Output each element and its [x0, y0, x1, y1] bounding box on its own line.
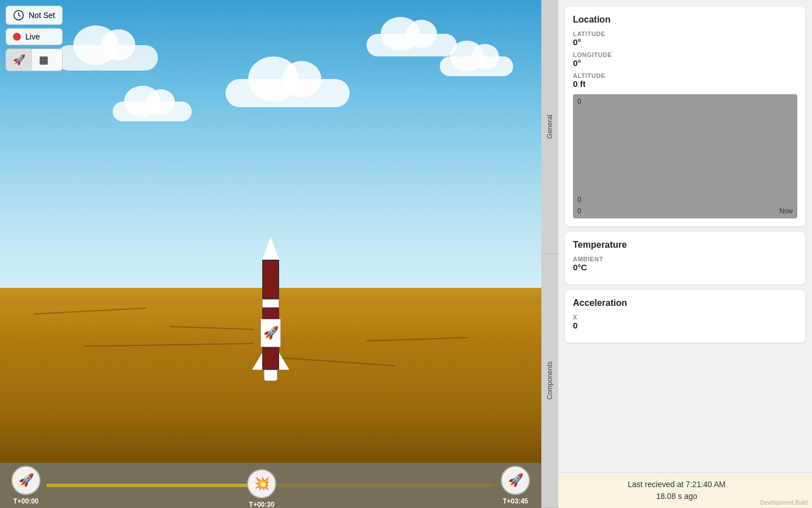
fin-right: [279, 353, 289, 370]
dev-build-label: Development Build: [760, 498, 807, 507]
live-button[interactable]: Live: [6, 28, 63, 45]
tab-components[interactable]: Components: [541, 254, 558, 508]
rocket-body-top: [262, 260, 279, 299]
status-bar: Last recieved at 7:21:40 AM 18.08 s ago …: [541, 472, 812, 508]
view-list-button[interactable]: ▦: [32, 49, 55, 71]
not-set-label: Not Set: [29, 11, 55, 20]
altitude-row: ALTITUDE 0 ft: [573, 72, 797, 89]
longitude-label: LONGITUDE: [573, 51, 797, 58]
timeline-marker-2-label: T+03:45: [502, 497, 528, 505]
location-card: Location LATITUDE 0° LONGITUDE 0° ALTITU…: [565, 7, 805, 226]
timeline-marker-1-label: T+00:30: [249, 501, 275, 508]
timeline-progress: [46, 484, 262, 487]
accel-x-value: 0: [573, 321, 797, 330]
tab-general[interactable]: General: [541, 0, 558, 254]
right-panel: General Components Location LATITUDE 0° …: [541, 0, 812, 508]
rocket-band-1: [262, 299, 279, 308]
temperature-title: Temperature: [573, 240, 797, 250]
timeline-marker-0-icon[interactable]: 🚀: [11, 466, 41, 495]
live-dot: [13, 33, 21, 41]
live-label: Live: [25, 32, 40, 41]
tab-components-label: Components: [546, 361, 554, 400]
view-toggle: 🚀 ▦: [6, 49, 63, 71]
chart-y-bot: 0: [577, 196, 581, 204]
rocket: 🚀: [254, 237, 288, 395]
cloud-1: [56, 45, 158, 71]
latitude-value: 0°: [573, 37, 797, 47]
timeline: 🚀 T+00:00 💥 T+00:30 🚀 T+03:45: [0, 463, 541, 508]
ambient-value: 0°C: [573, 262, 797, 272]
cloud-5: [440, 56, 513, 76]
rocket-tip: [262, 237, 279, 260]
tab-general-label: General: [546, 115, 554, 139]
panel-content: Location LATITUDE 0° LONGITUDE 0° ALTITU…: [558, 0, 812, 472]
ambient-row: AMBIENT 0°C: [573, 256, 797, 272]
timeline-marker-1-icon[interactable]: 💥: [247, 469, 276, 498]
longitude-value: 0°: [573, 58, 797, 68]
accel-x-label: X: [573, 314, 797, 321]
location-chart: 0 0 0 Now: [573, 94, 797, 218]
ambient-label: AMBIENT: [573, 256, 797, 262]
rocket-body-mid: [262, 308, 279, 319]
3d-viewport: 🚀 Not Set Live 🚀 ▦ 🚀: [0, 0, 541, 508]
timeline-track[interactable]: 💥 T+00:30: [46, 484, 495, 487]
timeline-marker-2-icon[interactable]: 🚀: [501, 466, 530, 495]
temperature-card: Temperature AMBIENT 0°C: [565, 232, 805, 284]
altitude-label: ALTITUDE: [573, 72, 797, 79]
latitude-label: LATITUDE: [573, 30, 797, 37]
not-set-button[interactable]: Not Set: [6, 6, 63, 25]
latitude-row: LATITUDE 0°: [573, 30, 797, 47]
cloud-4: [113, 102, 192, 121]
view-3d-button[interactable]: 🚀: [6, 49, 32, 71]
status-line1: Last recieved at 7:21:40 AM: [550, 479, 803, 491]
rocket-body-bot: [262, 347, 279, 370]
rocket-logo-area: 🚀: [261, 319, 281, 347]
chart-x-end: Now: [779, 207, 793, 215]
timeline-marker-0-label: T+00:00: [13, 497, 38, 505]
accel-x-row: X 0: [573, 314, 797, 330]
fin-left: [252, 353, 262, 370]
location-title: Location: [573, 15, 797, 25]
clock-icon: [13, 10, 24, 21]
altitude-value: 0 ft: [573, 79, 797, 89]
rocket-nozzle: [264, 370, 277, 381]
chart-x-start: 0: [577, 207, 581, 215]
cloud-2: [226, 79, 350, 107]
cloud-3: [367, 34, 457, 56]
acceleration-title: Acceleration: [573, 298, 797, 308]
side-tabs: General Components: [541, 0, 558, 508]
chart-y-top: 0: [577, 98, 581, 106]
top-left-controls: Not Set Live 🚀 ▦: [6, 6, 63, 71]
acceleration-card: Acceleration X 0: [565, 290, 805, 343]
longitude-row: LONGITUDE 0°: [573, 51, 797, 68]
